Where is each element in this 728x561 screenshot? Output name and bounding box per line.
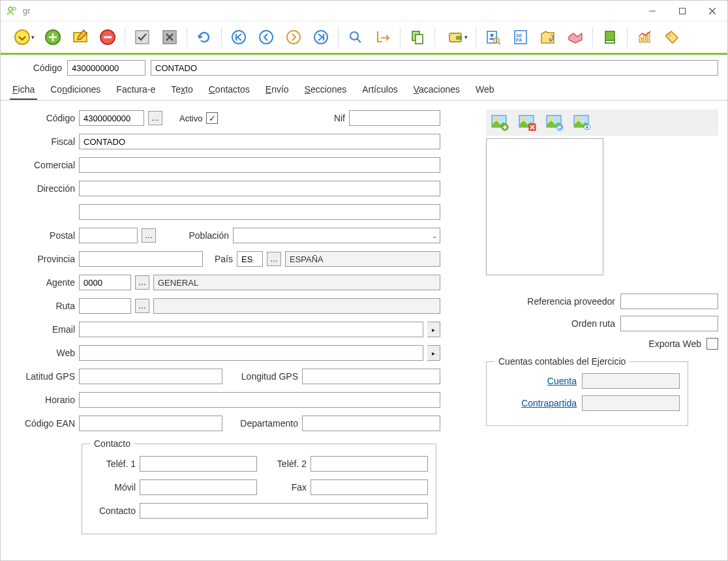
- activo-checkbox[interactable]: ✓: [206, 112, 218, 124]
- ean-input[interactable]: [79, 416, 222, 431]
- image-add-button[interactable]: [487, 111, 512, 134]
- poblacion-dropdown[interactable]: ⌄: [233, 228, 440, 243]
- history-dropdown-button[interactable]: [7, 25, 37, 49]
- svg-point-53: [549, 117, 553, 121]
- tab-ficha[interactable]: Ficha: [10, 80, 37, 100]
- wallet-dropdown-button[interactable]: [440, 25, 470, 49]
- web-input[interactable]: [79, 345, 423, 361]
- chart-button[interactable]: [633, 25, 656, 49]
- postal-input[interactable]: [79, 228, 138, 243]
- fax-label: Fax: [261, 482, 307, 493]
- email-action-button[interactable]: ▸: [427, 322, 440, 337]
- exporta-web-label: Exporta Web: [648, 339, 701, 349]
- svg-line-24: [357, 38, 361, 42]
- ref-prov-input[interactable]: [620, 294, 718, 309]
- form-left-column: Código … Activo ✓ Nif Fiscal Comercial D…: [10, 110, 440, 534]
- agente-lookup-button[interactable]: …: [135, 275, 149, 290]
- postal-lookup-button[interactable]: …: [142, 228, 156, 243]
- tag-button[interactable]: [660, 25, 684, 49]
- book-button[interactable]: [598, 25, 622, 49]
- svg-point-17: [232, 31, 245, 44]
- tab-articulos[interactable]: Artículos: [359, 80, 400, 100]
- user-search-button[interactable]: [481, 25, 505, 49]
- departamento-input[interactable]: [302, 416, 440, 431]
- pais-lookup-button[interactable]: …: [267, 252, 281, 266]
- tab-contactos[interactable]: Contactos: [206, 80, 252, 100]
- svg-point-19: [260, 31, 273, 44]
- svg-rect-37: [605, 40, 614, 43]
- image-remove-button[interactable]: [515, 111, 539, 134]
- agente-code-input[interactable]: [79, 275, 131, 290]
- cuenta-input[interactable]: [582, 373, 680, 389]
- orden-ruta-input[interactable]: [620, 316, 718, 331]
- ref-prov-label: Referencia proveedor: [527, 296, 615, 307]
- attach-button[interactable]: [536, 25, 560, 49]
- direccion-input[interactable]: [79, 181, 440, 196]
- email-input[interactable]: [79, 322, 423, 337]
- exporta-web-checkbox[interactable]: [706, 338, 718, 350]
- cancel-button[interactable]: [158, 25, 181, 49]
- contrapartida-input[interactable]: [582, 395, 680, 411]
- refresh-button[interactable]: [192, 25, 216, 49]
- codigo-input[interactable]: [79, 110, 144, 126]
- close-button[interactable]: [697, 1, 727, 22]
- record-header: Código: [1, 55, 727, 81]
- app-window: gr: [0, 0, 728, 561]
- copy-button[interactable]: [406, 25, 429, 49]
- image-view-button[interactable]: [569, 111, 594, 134]
- tab-factura-e[interactable]: Factura-e: [114, 80, 158, 100]
- direccion2-input[interactable]: [79, 204, 440, 220]
- telef1-input[interactable]: [140, 456, 257, 472]
- ruta-code-input[interactable]: [79, 298, 131, 314]
- tab-envio[interactable]: Envío: [263, 80, 292, 100]
- comercial-input[interactable]: [79, 157, 440, 173]
- fax-input[interactable]: [311, 479, 428, 495]
- lat-input[interactable]: [79, 369, 222, 384]
- tab-web[interactable]: Web: [473, 80, 497, 100]
- agente-label: Agente: [10, 277, 75, 288]
- contacto-legend: Contacto: [90, 438, 134, 449]
- nif-input[interactable]: [349, 110, 440, 126]
- movil-label: Móvil: [90, 482, 136, 493]
- contrapartida-link[interactable]: Contrapartida: [521, 398, 577, 408]
- contacto-label: Contacto: [90, 506, 136, 516]
- tab-texto[interactable]: Texto: [168, 80, 195, 100]
- sepa-button[interactable]: SEPA: [509, 25, 532, 49]
- edit-button[interactable]: [68, 25, 92, 49]
- provincia-input[interactable]: [79, 251, 203, 267]
- image-refresh-button[interactable]: [542, 111, 567, 134]
- ruta-lookup-button[interactable]: …: [135, 299, 149, 313]
- last-record-button[interactable]: [309, 25, 333, 49]
- codigo-header-input[interactable]: [67, 60, 145, 76]
- horario-input[interactable]: [79, 392, 440, 408]
- confirm-button[interactable]: [130, 25, 154, 49]
- codigo-lookup-button[interactable]: …: [148, 111, 162, 125]
- export-button[interactable]: [371, 25, 395, 49]
- image-toolbar: [486, 110, 718, 136]
- pais-code-input[interactable]: [237, 251, 263, 267]
- movil-input[interactable]: [140, 479, 257, 495]
- tab-secciones[interactable]: Secciones: [302, 80, 350, 100]
- maximize-button[interactable]: [667, 1, 697, 22]
- name-header-input[interactable]: [151, 60, 718, 76]
- delete-button[interactable]: [96, 25, 119, 49]
- codigo-label: Código: [10, 63, 62, 73]
- contacto-input[interactable]: [140, 503, 428, 519]
- first-record-button[interactable]: [227, 25, 250, 49]
- minimize-button[interactable]: [637, 1, 667, 22]
- web-action-button[interactable]: ▸: [427, 345, 440, 361]
- svg-point-56: [576, 117, 580, 121]
- telef2-input[interactable]: [311, 456, 428, 472]
- tab-condiciones[interactable]: Condiciones: [48, 80, 103, 100]
- next-record-button[interactable]: [282, 25, 305, 49]
- search-button[interactable]: [344, 25, 367, 49]
- svg-point-0: [8, 7, 12, 11]
- lon-input[interactable]: [302, 369, 440, 384]
- svg-rect-39: [643, 35, 646, 42]
- tab-vacaciones[interactable]: Vacaciones: [411, 80, 463, 100]
- prev-record-button[interactable]: [254, 25, 278, 49]
- new-button[interactable]: [41, 25, 65, 49]
- fiscal-input[interactable]: [79, 134, 440, 149]
- cuenta-link[interactable]: Cuenta: [547, 376, 577, 386]
- handshake-button[interactable]: [564, 25, 587, 49]
